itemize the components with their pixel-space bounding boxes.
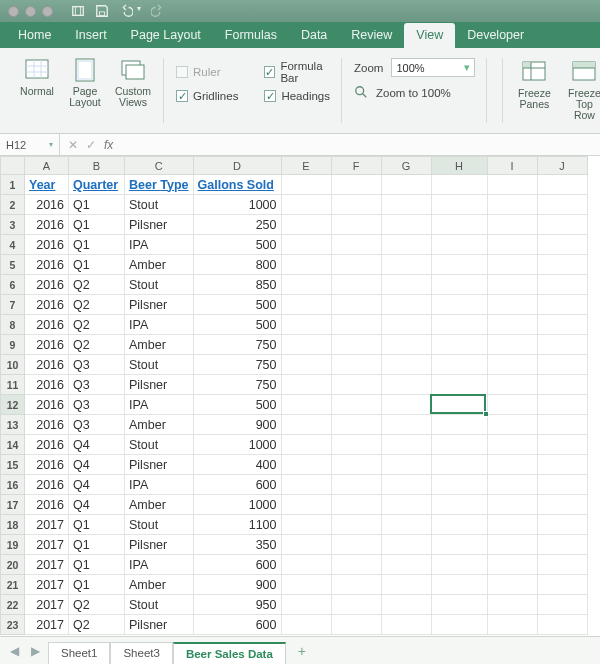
cell-H20[interactable]: [431, 555, 487, 575]
cell-A8[interactable]: 2016: [25, 315, 69, 335]
cell-I5[interactable]: [487, 255, 537, 275]
cell-F12[interactable]: [331, 395, 381, 415]
cell-D12[interactable]: 500: [193, 395, 281, 415]
cell-F17[interactable]: [331, 495, 381, 515]
cell-I13[interactable]: [487, 415, 537, 435]
cell-I3[interactable]: [487, 215, 537, 235]
sheet-nav-next[interactable]: ▶: [27, 644, 44, 658]
cell-H5[interactable]: [431, 255, 487, 275]
row-header-8[interactable]: 8: [1, 315, 25, 335]
cell-B2[interactable]: Q1: [69, 195, 125, 215]
cell-E9[interactable]: [281, 335, 331, 355]
cell-B1[interactable]: Quarter: [69, 175, 125, 195]
cell-C8[interactable]: IPA: [125, 315, 194, 335]
cell-E2[interactable]: [281, 195, 331, 215]
cell-G1[interactable]: [381, 175, 431, 195]
page-layout-view-button[interactable]: PageLayout: [62, 54, 108, 110]
cell-C12[interactable]: IPA: [125, 395, 194, 415]
cell-J21[interactable]: [537, 575, 587, 595]
cell-J14[interactable]: [537, 435, 587, 455]
zoom-select[interactable]: 100% ▾: [391, 58, 475, 77]
cell-G22[interactable]: [381, 595, 431, 615]
cell-J11[interactable]: [537, 375, 587, 395]
column-header-G[interactable]: G: [381, 157, 431, 175]
row-header-4[interactable]: 4: [1, 235, 25, 255]
cell-H9[interactable]: [431, 335, 487, 355]
cell-G6[interactable]: [381, 275, 431, 295]
cell-I15[interactable]: [487, 455, 537, 475]
cell-B20[interactable]: Q1: [69, 555, 125, 575]
cell-B4[interactable]: Q1: [69, 235, 125, 255]
cell-B17[interactable]: Q4: [69, 495, 125, 515]
cell-F23[interactable]: [331, 615, 381, 635]
cell-C19[interactable]: Pilsner: [125, 535, 194, 555]
cell-D7[interactable]: 500: [193, 295, 281, 315]
cell-E16[interactable]: [281, 475, 331, 495]
cell-A4[interactable]: 2016: [25, 235, 69, 255]
cell-B21[interactable]: Q1: [69, 575, 125, 595]
normal-view-button[interactable]: Normal: [14, 54, 60, 110]
tab-insert[interactable]: Insert: [63, 23, 118, 48]
cell-H1[interactable]: [431, 175, 487, 195]
cell-I4[interactable]: [487, 235, 537, 255]
cell-D14[interactable]: 1000: [193, 435, 281, 455]
cell-D22[interactable]: 950: [193, 595, 281, 615]
cell-F18[interactable]: [331, 515, 381, 535]
cell-A7[interactable]: 2016: [25, 295, 69, 315]
undo-dropdown-icon[interactable]: ▾: [137, 4, 141, 18]
cell-J10[interactable]: [537, 355, 587, 375]
cell-C17[interactable]: Amber: [125, 495, 194, 515]
row-header-14[interactable]: 14: [1, 435, 25, 455]
cell-H15[interactable]: [431, 455, 487, 475]
row-header-18[interactable]: 18: [1, 515, 25, 535]
cell-G21[interactable]: [381, 575, 431, 595]
cell-A19[interactable]: 2017: [25, 535, 69, 555]
cell-A20[interactable]: 2017: [25, 555, 69, 575]
cell-J3[interactable]: [537, 215, 587, 235]
row-header-2[interactable]: 2: [1, 195, 25, 215]
row-header-6[interactable]: 6: [1, 275, 25, 295]
sheet-tab-beer-sales-data[interactable]: Beer Sales Data: [173, 642, 286, 664]
cell-G3[interactable]: [381, 215, 431, 235]
cell-F10[interactable]: [331, 355, 381, 375]
cell-I22[interactable]: [487, 595, 537, 615]
cell-G14[interactable]: [381, 435, 431, 455]
cell-J22[interactable]: [537, 595, 587, 615]
cell-J1[interactable]: [537, 175, 587, 195]
cell-J17[interactable]: [537, 495, 587, 515]
cell-A22[interactable]: 2017: [25, 595, 69, 615]
cell-D18[interactable]: 1100: [193, 515, 281, 535]
tab-home[interactable]: Home: [6, 23, 63, 48]
row-header-23[interactable]: 23: [1, 615, 25, 635]
cell-G20[interactable]: [381, 555, 431, 575]
cell-C4[interactable]: IPA: [125, 235, 194, 255]
row-header-9[interactable]: 9: [1, 335, 25, 355]
row-header-13[interactable]: 13: [1, 415, 25, 435]
cell-E15[interactable]: [281, 455, 331, 475]
cell-A12[interactable]: 2016: [25, 395, 69, 415]
cell-I6[interactable]: [487, 275, 537, 295]
cell-D16[interactable]: 600: [193, 475, 281, 495]
cell-E6[interactable]: [281, 275, 331, 295]
cell-H4[interactable]: [431, 235, 487, 255]
cell-G9[interactable]: [381, 335, 431, 355]
spreadsheet-grid[interactable]: ABCDEFGHIJ1YearQuarterBeer TypeGallons S…: [0, 156, 600, 636]
fx-icon[interactable]: fx: [104, 138, 113, 152]
cell-B5[interactable]: Q1: [69, 255, 125, 275]
cell-J4[interactable]: [537, 235, 587, 255]
select-all-corner[interactable]: [1, 157, 25, 175]
cell-F13[interactable]: [331, 415, 381, 435]
formula-input[interactable]: [121, 134, 600, 155]
cell-I16[interactable]: [487, 475, 537, 495]
cell-B15[interactable]: Q4: [69, 455, 125, 475]
cell-E17[interactable]: [281, 495, 331, 515]
cell-G2[interactable]: [381, 195, 431, 215]
cell-J8[interactable]: [537, 315, 587, 335]
cancel-icon[interactable]: ✕: [68, 138, 78, 152]
cell-F5[interactable]: [331, 255, 381, 275]
cell-I12[interactable]: [487, 395, 537, 415]
cell-C6[interactable]: Stout: [125, 275, 194, 295]
row-header-19[interactable]: 19: [1, 535, 25, 555]
cell-E4[interactable]: [281, 235, 331, 255]
cell-G12[interactable]: [381, 395, 431, 415]
